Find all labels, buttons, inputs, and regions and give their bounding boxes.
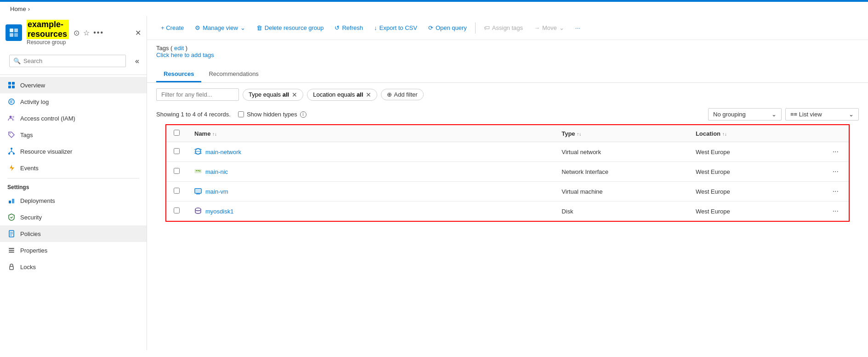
sidebar-item-overview[interactable]: Overview: [0, 77, 147, 93]
sidebar-item-policies[interactable]: Policies: [0, 225, 147, 242]
star-icon[interactable]: ☆: [83, 29, 90, 37]
list-view-dropdown[interactable]: ≡≡ List view ⌄: [785, 108, 859, 121]
sidebar-item-access-control[interactable]: Access control (IAM): [0, 110, 147, 127]
row-checkbox[interactable]: [174, 148, 180, 154]
tags-section: Tags ( edit ) Click here to add tags: [147, 40, 868, 63]
collapse-button[interactable]: «: [131, 55, 143, 67]
sidebar-item-label: Activity log: [20, 98, 49, 105]
grid-icon: [7, 81, 16, 89]
toolbar: + Create ⚙ Manage view ⌄ 🗑 Delete resour…: [147, 16, 868, 40]
resource-link[interactable]: main-network: [194, 148, 547, 156]
resource-name: example-resources: [27, 20, 69, 39]
row-icon: [194, 148, 202, 156]
sidebar-item-security[interactable]: Security: [0, 209, 147, 225]
add-filter-button[interactable]: ⊕ Add filter: [381, 89, 423, 100]
delete-button[interactable]: 🗑 Delete resource group: [252, 22, 329, 34]
svg-rect-20: [9, 252, 14, 253]
move-button[interactable]: → Move ⌄: [529, 22, 569, 34]
svg-rect-1: [14, 29, 18, 32]
resources-table: Name ↑↓ Type ↑↓ Location ↑↓: [165, 124, 850, 222]
row-checkbox[interactable]: [174, 168, 180, 174]
row-more-button[interactable]: ···: [830, 186, 841, 196]
table-row: main-nic Network Interface West Europe ·…: [166, 162, 849, 182]
resource-name-text: main-vm: [205, 188, 228, 195]
breadcrumb[interactable]: Home ›: [0, 2, 868, 16]
col-header-name[interactable]: Name ↑↓: [187, 125, 554, 142]
query-icon: ⟳: [428, 24, 433, 31]
grouping-select: No grouping ⌄ ≡≡ List view ⌄: [708, 108, 859, 121]
row-more-button[interactable]: ···: [830, 167, 841, 177]
search-input[interactable]: [23, 58, 122, 64]
assign-tags-button[interactable]: 🏷 Assign tags: [479, 22, 528, 34]
tab-recommendations[interactable]: Recommendations: [201, 67, 266, 82]
row-more-cell: ···: [823, 182, 849, 202]
sidebar-item-tags[interactable]: Tags: [0, 127, 147, 143]
svg-point-10: [12, 116, 14, 118]
manage-view-button[interactable]: ⚙ Manage view ⌄: [190, 22, 250, 34]
location-filter-tag: Location equals all ✕: [307, 89, 377, 101]
tab-resources[interactable]: Resources: [156, 67, 201, 82]
svg-rect-7: [12, 86, 15, 88]
info-icon[interactable]: i: [300, 111, 306, 118]
refresh-button[interactable]: ↺ Refresh: [330, 22, 368, 34]
tag-icon: [7, 131, 16, 139]
resource-subtitle: Resource group: [27, 39, 69, 46]
select-all-checkbox[interactable]: [174, 130, 180, 136]
pin-icon[interactable]: ⊙: [74, 29, 79, 37]
sidebar-item-events[interactable]: Events: [0, 160, 147, 176]
sort-icon-location[interactable]: ↑↓: [722, 132, 727, 137]
close-icon[interactable]: ✕: [135, 29, 141, 37]
row-type-cell: Disk: [554, 202, 688, 222]
sidebar-item-locks[interactable]: Locks: [0, 259, 147, 275]
resource-link[interactable]: main-nic: [194, 167, 547, 176]
row-checkbox[interactable]: [174, 207, 180, 213]
svg-rect-4: [8, 82, 11, 85]
trash-icon: 🗑: [256, 24, 262, 31]
more-button[interactable]: ···: [571, 22, 585, 34]
col-header-more: [823, 125, 849, 142]
sidebar-item-properties[interactable]: Properties: [0, 242, 147, 259]
row-icon: [194, 187, 202, 196]
location-filter-clear[interactable]: ✕: [366, 91, 371, 98]
row-checkbox[interactable]: [174, 188, 180, 194]
create-button[interactable]: + Create: [156, 22, 188, 34]
add-tags-link[interactable]: Click here to add tags: [156, 52, 214, 58]
row-more-cell: ···: [823, 142, 849, 162]
svg-point-13: [8, 153, 10, 155]
col-header-type[interactable]: Type ↑↓: [554, 125, 688, 142]
table-wrapper: Name ↑↓ Type ↑↓ Location ↑↓: [147, 124, 868, 222]
svg-rect-24: [196, 170, 197, 171]
hierarchy-icon: [7, 147, 16, 155]
sidebar-item-label: Policies: [20, 230, 41, 237]
open-query-button[interactable]: ⟳ Open query: [424, 22, 471, 34]
show-hidden-checkbox[interactable]: [238, 111, 244, 117]
sidebar-item-deployments[interactable]: Deployments: [0, 192, 147, 209]
col-header-location[interactable]: Location ↑↓: [688, 125, 823, 142]
sidebar-item-activity-log[interactable]: Activity log: [0, 93, 147, 110]
row-type-cell: Virtual network: [554, 142, 688, 162]
row-more-button[interactable]: ···: [830, 206, 841, 216]
row-more-button[interactable]: ···: [830, 147, 841, 157]
type-filter-tag: Type equals all ✕: [243, 89, 303, 101]
sort-icon-name[interactable]: ↑↓: [212, 132, 217, 137]
header-actions: ⊙ ☆ ••• ✕: [74, 29, 141, 37]
svg-point-14: [13, 153, 15, 155]
breadcrumb-home[interactable]: Home: [10, 6, 26, 12]
tags-label: Tags: [156, 45, 169, 52]
export-button[interactable]: ↓ Export to CSV: [369, 22, 422, 34]
sidebar-item-resource-visualizer[interactable]: Resource visualizer: [0, 143, 147, 160]
sort-icon-type[interactable]: ↑↓: [577, 132, 581, 137]
filter-input[interactable]: [156, 88, 239, 101]
edit-tags-link[interactable]: edit: [174, 45, 184, 52]
search-box: 🔍: [9, 55, 126, 67]
row-name-cell: main-nic: [187, 162, 554, 182]
type-filter-clear[interactable]: ✕: [292, 91, 297, 98]
resource-link[interactable]: myosdisk1: [194, 207, 547, 216]
no-grouping-dropdown[interactable]: No grouping ⌄: [708, 108, 782, 121]
resource-link[interactable]: main-vm: [194, 187, 547, 196]
settings-section-header: Settings: [0, 180, 147, 192]
resource-title-block: example-resources Resource group: [27, 20, 69, 46]
svg-rect-18: [9, 248, 14, 249]
ellipsis-icon[interactable]: •••: [93, 29, 104, 37]
row-icon: [194, 207, 202, 216]
